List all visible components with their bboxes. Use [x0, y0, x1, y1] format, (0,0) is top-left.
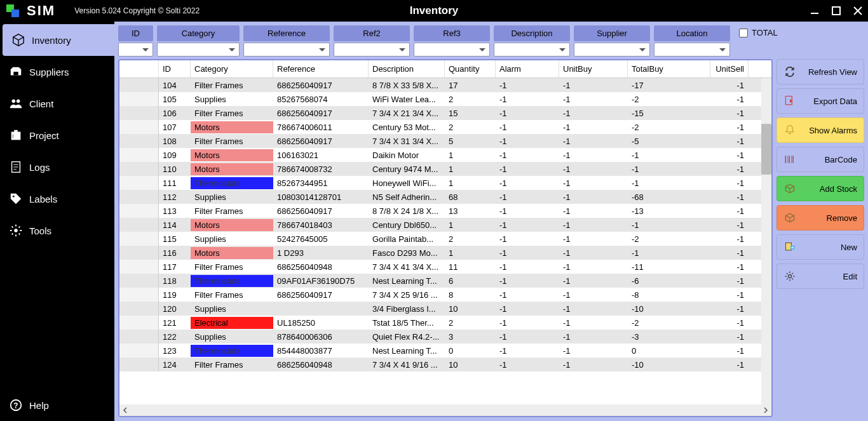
table-row[interactable]: 106Filter Frames6862560409177 3/4 X 21 3…	[119, 106, 771, 120]
row-header[interactable]	[119, 92, 159, 106]
table-row[interactable]: 113Filter Frames6862560409178 7/8 X 24 1…	[119, 204, 771, 218]
row-header[interactable]	[119, 204, 159, 218]
cell-totalbuy: -10	[628, 303, 710, 315]
cell-quantity: 11	[445, 261, 496, 273]
scrollbar-thumb[interactable]	[761, 124, 771, 175]
horizontal-scrollbar[interactable]	[119, 404, 771, 416]
cell-totalbuy: -68	[628, 191, 710, 203]
filter-select-category[interactable]	[157, 43, 240, 57]
table-row[interactable]: 124Filter Frames6862560409487 3/4 X 41 9…	[119, 358, 771, 371]
scroll-left-icon[interactable]	[121, 406, 130, 415]
row-header[interactable]	[119, 344, 159, 358]
sidebar-item-suppliers[interactable]: Suppliers	[0, 56, 114, 88]
filter-select-ref2[interactable]	[334, 43, 410, 57]
total-checkbox[interactable]: TOTAL	[734, 25, 783, 40]
table-row[interactable]: 118Thermostats09AF01AF36190D75Nest Learn…	[119, 274, 771, 288]
row-header[interactable]	[119, 190, 159, 204]
sidebar-item-client[interactable]: Client	[0, 88, 114, 119]
table-row[interactable]: 119Filter Frames6862560409177 3/4 X 25 9…	[119, 288, 771, 302]
cell-quantity: 2	[445, 233, 496, 245]
table-row[interactable]: 111Thermostats85267344951Honeywell WiFi.…	[119, 176, 771, 190]
table-row[interactable]: 108Filter Frames6862560409177 3/4 X 31 3…	[119, 134, 771, 148]
sidebar-item-logs[interactable]: Logs	[0, 151, 114, 183]
row-header[interactable]	[119, 120, 159, 134]
inventory-grid[interactable]: IDCategoryReferenceDescriptionQuantityAl…	[118, 59, 773, 417]
row-header[interactable]	[119, 176, 159, 190]
cell-unitsell: -1	[710, 289, 749, 301]
cell-quantity: 2	[445, 317, 496, 329]
scroll-right-icon[interactable]	[761, 406, 770, 415]
table-row[interactable]: 117Filter Frames6862560409487 3/4 X 41 3…	[119, 260, 771, 274]
table-row[interactable]: 112Supplies10803014128701N5 Self Adherin…	[119, 190, 771, 204]
remove-button[interactable]: Remove	[776, 205, 864, 231]
checkbox-icon[interactable]	[739, 29, 748, 37]
column-header-category[interactable]: Category	[191, 60, 273, 77]
row-header[interactable]	[119, 148, 159, 162]
column-header-description[interactable]: Description	[369, 60, 445, 77]
table-row[interactable]: 114Motors786674018403Century Dbl650...1-…	[119, 218, 771, 232]
table-row[interactable]: 110Motors786674008732Century 9474 M...1-…	[119, 162, 771, 176]
sidebar-item-project[interactable]: Project	[0, 119, 114, 151]
row-header[interactable]	[119, 162, 159, 176]
cell-unitbuy: -1	[559, 275, 628, 287]
new-button[interactable]: New	[776, 234, 864, 260]
grid-body[interactable]: 104Filter Frames6862560409178 7/8 X 33 5…	[119, 78, 771, 404]
row-header[interactable]	[119, 78, 159, 92]
table-row[interactable]: 105Supplies85267568074WiFi Water Lea...2…	[119, 92, 771, 106]
column-header-totalbuy[interactable]: TotalBuy	[628, 60, 710, 77]
sidebar-item-labels[interactable]: Labels	[0, 183, 114, 215]
row-header[interactable]	[119, 316, 159, 330]
maximize-icon[interactable]	[831, 6, 841, 16]
table-row[interactable]: 122Supplies878640006306Quiet Flex R4.2-.…	[119, 330, 771, 344]
cell-quantity: 3	[445, 331, 496, 343]
sidebar-item-tools[interactable]: Tools	[0, 215, 114, 246]
row-header[interactable]	[119, 134, 159, 148]
sidebar-item-label: Help	[29, 400, 49, 411]
filter-select-description[interactable]	[494, 43, 570, 57]
add-stock-button[interactable]: Add Stock	[776, 176, 864, 201]
filter-select-ref3[interactable]	[414, 43, 490, 57]
row-header[interactable]	[119, 260, 159, 274]
table-row[interactable]: 123Thermostats854448003877Nest Learning …	[119, 344, 771, 358]
show-alarms-button[interactable]: Show Alarms	[776, 117, 864, 143]
vertical-scrollbar[interactable]	[761, 78, 771, 404]
sidebar-item-help[interactable]: ?Help	[0, 389, 114, 421]
column-header-alarm[interactable]: Alarm	[496, 60, 559, 77]
column-header-unitsell[interactable]: UnitSell	[710, 60, 749, 77]
row-header[interactable]	[119, 218, 159, 232]
close-icon[interactable]	[853, 6, 863, 16]
export-data-button[interactable]: Export Data	[776, 88, 864, 114]
barcode-button[interactable]: BarCode	[776, 147, 864, 172]
filter-select-id[interactable]	[118, 43, 153, 57]
cell-alarm: -1	[496, 331, 559, 343]
table-row[interactable]: 115Supplies52427645005Gorilla Paintab...…	[119, 232, 771, 246]
column-header-id[interactable]: ID	[159, 60, 191, 77]
column-header-quantity[interactable]: Quantity	[445, 60, 496, 77]
cell-unitsell: -1	[710, 107, 749, 119]
row-header[interactable]	[119, 302, 159, 316]
row-header[interactable]	[119, 232, 159, 246]
filter-select-location[interactable]	[654, 43, 730, 57]
cell-totalbuy: -5	[628, 135, 710, 147]
row-header[interactable]	[119, 274, 159, 288]
filter-select-supplier[interactable]	[574, 43, 650, 57]
minimize-icon[interactable]	[810, 6, 820, 16]
row-header[interactable]	[119, 106, 159, 120]
row-header[interactable]	[119, 246, 159, 260]
column-header-unitbuy[interactable]: UnitBuy	[559, 60, 628, 77]
table-row[interactable]: 121ElectricalUL185250Tstat 18/5 Ther...2…	[119, 316, 771, 330]
table-row[interactable]: 116Motors1 D293Fasco D293 Mo...1-1-1-1-1	[119, 246, 771, 260]
refresh-view-button[interactable]: Refresh View	[776, 59, 864, 84]
edit-button[interactable]: Edit	[776, 264, 864, 289]
row-header[interactable]	[119, 330, 159, 344]
filter-select-reference[interactable]	[243, 43, 330, 57]
sidebar-item-inventory[interactable]: Inventory	[3, 24, 114, 56]
table-row[interactable]: 109Motors106163021Daikin Motor1-1-1-1-1	[119, 148, 771, 162]
row-header[interactable]	[119, 358, 159, 371]
column-header-reference[interactable]: Reference	[273, 60, 369, 77]
table-row[interactable]: 107Motors786674006011Century 53 Mot...2-…	[119, 120, 771, 134]
row-header[interactable]	[119, 288, 159, 302]
table-row[interactable]: 104Filter Frames6862560409178 7/8 X 33 5…	[119, 78, 771, 92]
table-row[interactable]: 120Supplies3/4 Fiberglass I...10-1-1-10-…	[119, 302, 771, 316]
cell-description: 7 3/4 X 21 3/4 X...	[369, 107, 445, 119]
